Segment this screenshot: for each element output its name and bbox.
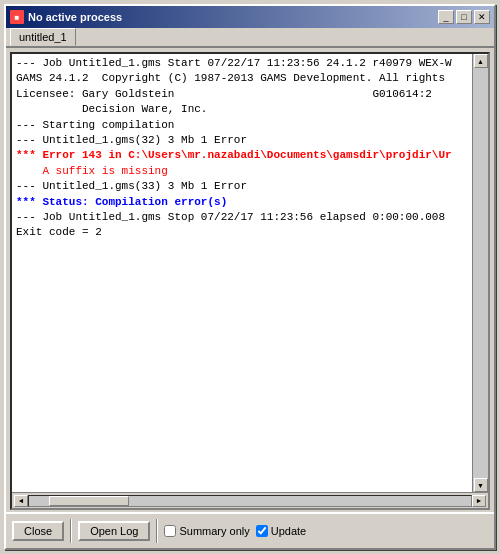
summary-only-group: Summary only [164, 525, 249, 537]
h-scrollbar[interactable] [28, 495, 472, 507]
update-label[interactable]: Update [271, 525, 306, 537]
vertical-scrollbar[interactable]: ▲ ▼ [472, 54, 488, 492]
title-bar: ■ No active process _ □ ✕ [6, 6, 494, 28]
maximize-button[interactable]: □ [456, 10, 472, 24]
output-text[interactable]: --- Job Untitled_1.gms Start 07/22/17 11… [12, 54, 472, 492]
content-area: --- Job Untitled_1.gms Start 07/22/17 11… [10, 52, 490, 510]
close-window-button[interactable]: ✕ [474, 10, 490, 24]
minimize-button[interactable]: _ [438, 10, 454, 24]
scroll-left-button[interactable]: ◄ [14, 495, 28, 507]
title-buttons: _ □ ✕ [438, 10, 490, 24]
separator [70, 519, 72, 543]
open-log-button[interactable]: Open Log [78, 521, 150, 541]
tab-bar: untitled_1 [6, 28, 494, 48]
separator2 [156, 519, 158, 543]
window-title: No active process [28, 11, 122, 23]
app-icon: ■ [10, 10, 24, 24]
main-window: ■ No active process _ □ ✕ untitled_1 ---… [4, 4, 496, 550]
close-button[interactable]: Close [12, 521, 64, 541]
update-group: Update [256, 525, 306, 537]
scroll-track [473, 68, 488, 478]
output-with-scroll: --- Job Untitled_1.gms Start 07/22/17 11… [12, 54, 488, 492]
summary-only-checkbox[interactable] [164, 525, 176, 537]
h-scrollbar-thumb[interactable] [49, 496, 129, 506]
horizontal-scroll-area: ◄ ► [12, 492, 488, 508]
bottom-bar: Close Open Log Summary only Update [6, 512, 494, 548]
scroll-up-button[interactable]: ▲ [474, 54, 488, 68]
title-bar-left: ■ No active process [10, 10, 122, 24]
tab-untitled1[interactable]: untitled_1 [10, 28, 76, 46]
scroll-down-button[interactable]: ▼ [474, 478, 488, 492]
summary-only-label[interactable]: Summary only [179, 525, 249, 537]
scroll-right-button[interactable]: ► [472, 495, 486, 507]
update-checkbox[interactable] [256, 525, 268, 537]
